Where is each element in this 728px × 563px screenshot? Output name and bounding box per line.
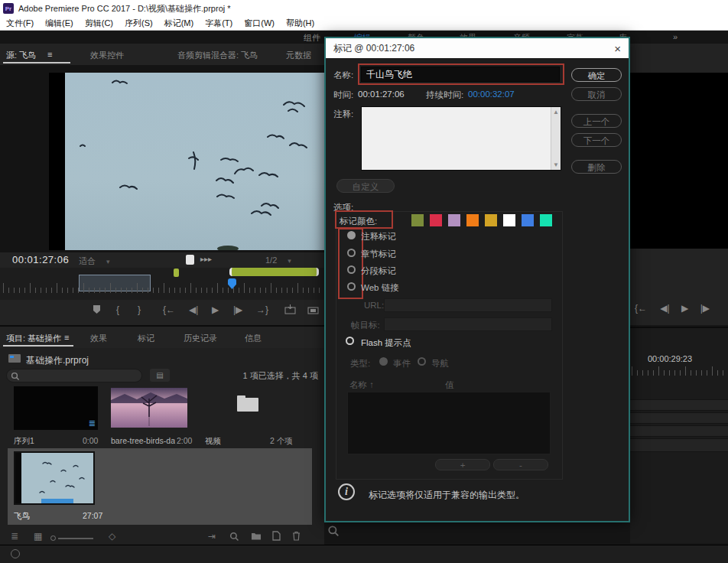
timeline-track[interactable] (630, 399, 728, 411)
scroll-up-icon[interactable]: ▲ (551, 109, 561, 116)
timeline-ruler[interactable] (632, 366, 728, 376)
tab-info[interactable]: 信息 (245, 333, 262, 344)
color-swatch[interactable] (485, 214, 497, 226)
color-swatch[interactable] (503, 214, 515, 226)
scroll-down-icon[interactable]: ▼ (551, 161, 561, 168)
radio-segmentation-marker[interactable] (347, 265, 356, 274)
tab-history[interactable]: 历史记录 (184, 333, 217, 344)
tab-effect-controls[interactable]: 效果控件 (90, 50, 124, 61)
mark-in-icon[interactable]: { (116, 304, 119, 315)
insert-icon[interactable] (284, 304, 296, 314)
thumbnail-clip[interactable] (111, 388, 187, 428)
color-swatch[interactable] (430, 214, 442, 226)
bin-folder-icon[interactable] (237, 395, 258, 412)
step-back-icon[interactable]: ◀| (660, 303, 669, 314)
zoom-slider-track[interactable] (58, 538, 93, 539)
step-arrows-icon[interactable]: ▸▸▸ (200, 255, 212, 263)
item-name[interactable]: 飞鸟 (14, 511, 30, 522)
color-swatch[interactable] (522, 214, 534, 226)
goto-in-icon[interactable]: {← (163, 304, 175, 315)
play-icon[interactable]: ▶ (681, 303, 688, 314)
list-view-icon[interactable]: ≣ (11, 531, 18, 542)
settings-icon[interactable] (186, 255, 194, 265)
menu-help[interactable]: 帮助(H) (286, 18, 314, 29)
close-icon[interactable]: × (614, 42, 621, 55)
prev-button[interactable]: 上一个 (571, 114, 622, 128)
step-forward-icon[interactable]: |▶ (700, 303, 710, 314)
new-bin-icon[interactable] (251, 532, 262, 541)
tab-source-clip[interactable]: 源: 飞鸟 (6, 50, 36, 61)
delete-button[interactable]: 删除 (571, 160, 622, 174)
icon-view-icon[interactable]: ▦ (34, 531, 42, 542)
bird-icon (112, 81, 127, 84)
trash-icon[interactable] (292, 531, 301, 541)
scrollbar[interactable]: ▲ ▼ (551, 107, 561, 170)
radio-comment-marker[interactable] (347, 231, 356, 239)
cancel-button[interactable]: 取消 (571, 87, 622, 101)
new-item-icon[interactable] (272, 531, 281, 541)
play-icon[interactable]: ▶ (212, 304, 219, 315)
automate-to-sequence-icon[interactable]: ⇥ (208, 531, 216, 542)
goto-out-icon[interactable]: →} (256, 304, 268, 315)
zoom-tool-icon[interactable] (327, 525, 340, 537)
radio-web-link[interactable] (347, 282, 356, 291)
item-name[interactable]: 视频 (205, 436, 221, 447)
workspace-overflow-chevron[interactable]: » (673, 32, 678, 41)
project-tab-row: 项目: 基础操作 ≡ 效果 标记 历史记录 信息 (0, 327, 324, 348)
filter-bin-icon[interactable]: ▤ (150, 369, 170, 382)
duration-value[interactable]: 00:00:32:07 (468, 89, 515, 99)
panel-menu-icon[interactable]: ≡ (64, 333, 69, 342)
zoom-slider-handle[interactable] (50, 535, 56, 541)
clip-marker[interactable] (174, 268, 179, 277)
search-input[interactable] (6, 369, 142, 382)
overwrite-icon[interactable] (307, 304, 319, 314)
step-back-icon[interactable]: ◀| (189, 304, 198, 315)
panel-menu-icon[interactable]: ≡ (47, 50, 52, 59)
mark-out-icon[interactable]: } (138, 304, 141, 315)
time-ruler[interactable] (3, 282, 326, 293)
project-file-name[interactable]: 基础操作.prproj (26, 354, 89, 367)
radio-chapter-marker[interactable] (347, 249, 356, 257)
tab-metadata[interactable]: 元数据 (286, 50, 311, 61)
tab-effects[interactable]: 效果 (90, 333, 107, 344)
menu-clip[interactable]: 剪辑(C) (85, 18, 113, 29)
menu-title[interactable]: 字幕(T) (205, 18, 232, 29)
menu-window[interactable]: 窗口(W) (244, 18, 275, 29)
menu-edit[interactable]: 编辑(E) (45, 18, 73, 29)
next-button[interactable]: 下一个 (571, 133, 622, 147)
bird-icon (216, 178, 233, 183)
item-name[interactable]: 序列1 (14, 436, 34, 447)
radio-flash-cue[interactable] (346, 337, 354, 345)
color-swatch[interactable] (540, 214, 552, 226)
marker-name-input[interactable] (361, 67, 560, 82)
find-icon[interactable] (229, 532, 239, 542)
ok-button[interactable]: 确定 (571, 68, 622, 82)
timeline-track[interactable] (630, 438, 728, 452)
color-swatch[interactable] (448, 214, 460, 226)
timeline-track[interactable] (630, 425, 728, 437)
tab-markers[interactable]: 标记 (138, 333, 154, 344)
sort-icon[interactable]: ◇ (109, 531, 115, 542)
custom-button[interactable]: 自定义 (336, 179, 395, 193)
add-marker-icon[interactable] (92, 304, 102, 314)
step-forward-icon[interactable]: |▶ (233, 304, 242, 315)
item-name[interactable]: bare-tree-birds-dawn-... (111, 436, 175, 445)
dialog-title-bar[interactable]: 标记 @ 00:01:27:06 × (326, 38, 629, 58)
goto-in-icon[interactable]: {← (635, 303, 647, 314)
selected-item-row[interactable]: 飞鸟 27:07 (8, 448, 312, 525)
menu-sequence[interactable]: 序列(S) (125, 18, 153, 29)
timeline-track[interactable] (630, 412, 728, 424)
color-swatch[interactable] (466, 214, 479, 226)
playback-resolution-select[interactable]: 1/2 (265, 255, 291, 265)
thumbnail-sequence[interactable]: ≣ (14, 386, 98, 430)
menu-file[interactable]: 文件(F) (6, 18, 34, 29)
color-swatch[interactable] (411, 214, 424, 226)
zoom-scrollbar[interactable] (229, 268, 319, 276)
tab-project[interactable]: 项目: 基础操作 (6, 333, 61, 344)
tab-audio-clip-mixer[interactable]: 音频剪辑混合器: 飞鸟 (177, 50, 258, 61)
menu-marker[interactable]: 标记(M) (164, 18, 194, 29)
workspace-tab-assembly[interactable]: 组件 (304, 32, 320, 44)
zoom-level-select[interactable]: 适合 (79, 255, 132, 267)
marker-color-label: 标记颜色: (340, 216, 377, 227)
comments-textarea[interactable]: ▲ ▼ (361, 106, 561, 171)
